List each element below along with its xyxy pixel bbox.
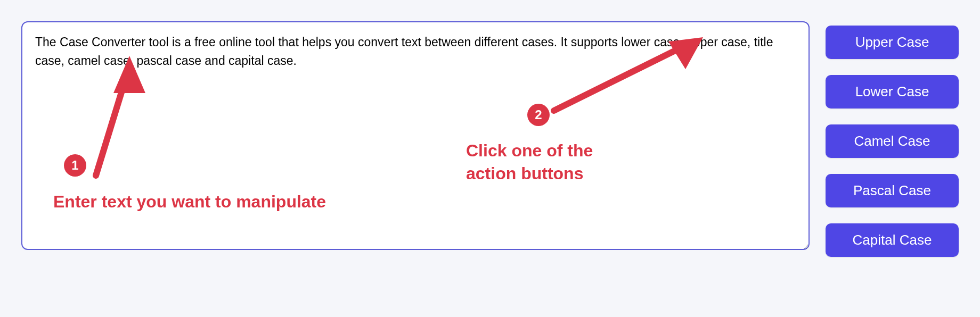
camel-case-button[interactable]: Camel Case [826, 124, 959, 158]
capital-case-button[interactable]: Capital Case [826, 223, 959, 257]
main-container: Upper Case Lower Case Camel Case Pascal … [0, 0, 980, 278]
pascal-case-button[interactable]: Pascal Case [826, 174, 959, 207]
text-input[interactable] [21, 21, 810, 250]
upper-case-button[interactable]: Upper Case [826, 26, 959, 59]
lower-case-button[interactable]: Lower Case [826, 75, 959, 109]
textarea-wrapper [21, 21, 810, 252]
button-column: Upper Case Lower Case Camel Case Pascal … [826, 21, 959, 257]
